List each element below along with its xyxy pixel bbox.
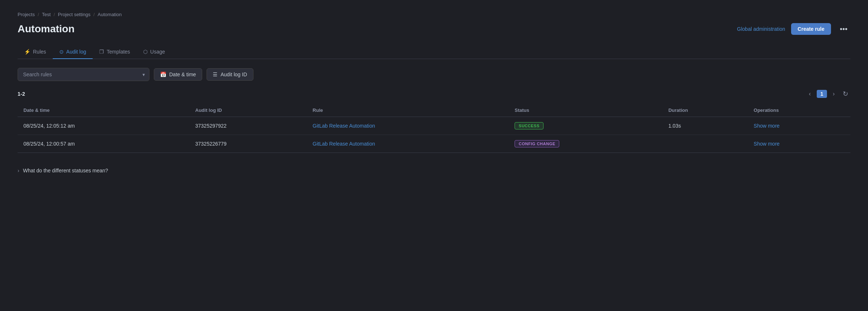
cell-rule-1: GitLab Release Automation: [307, 117, 509, 135]
pagination: ‹ 1 › ↻: [806, 88, 850, 99]
more-options-button[interactable]: •••: [837, 23, 850, 35]
page-title: Automation: [18, 23, 75, 35]
next-page-button[interactable]: ›: [830, 89, 838, 99]
date-time-filter-button[interactable]: 📅 Date & time: [154, 68, 202, 81]
audit-log-id-label: Audit log ID: [220, 72, 247, 77]
cell-date-time-1: 08/25/24, 12:05:12 am: [18, 117, 189, 135]
tab-templates-label: Templates: [107, 49, 130, 55]
chevron-right-icon: ›: [18, 168, 19, 173]
show-more-link-2[interactable]: Show more: [754, 141, 780, 147]
col-duration: Duration: [663, 104, 748, 117]
results-count: 1-2: [18, 91, 25, 97]
rule-link-1[interactable]: GitLab Release Automation: [313, 123, 375, 129]
faq-toggle[interactable]: › What do the different statuses mean?: [18, 168, 850, 173]
results-info: 1-2 ‹ 1 › ↻: [18, 88, 850, 99]
tabs: ⚡ Rules ⊙ Audit log ❐ Templates ⬡ Usage: [18, 45, 850, 59]
tab-usage-label: Usage: [150, 49, 165, 55]
more-options-icon: •••: [840, 25, 847, 33]
col-date-time: Date & time: [18, 104, 189, 117]
status-badge-success: SUCCESS: [515, 122, 544, 129]
search-select-wrapper: Search rules: [18, 68, 149, 81]
document-icon: ❐: [99, 49, 104, 55]
cell-duration-2: [663, 135, 748, 153]
breadcrumb-projects[interactable]: Projects: [18, 12, 35, 17]
show-more-link-1[interactable]: Show more: [754, 123, 780, 129]
cell-duration-1: 1.03s: [663, 117, 748, 135]
tab-rules[interactable]: ⚡ Rules: [18, 45, 53, 59]
cell-audit-id-2: 37325226779: [189, 135, 307, 153]
header-actions: Global administration Create rule •••: [737, 23, 850, 35]
cell-date-time-2: 08/25/24, 12:00:57 am: [18, 135, 189, 153]
tab-audit-log-label: Audit log: [66, 49, 86, 55]
col-rule: Rule: [307, 104, 509, 117]
filters-row: Search rules 📅 Date & time ☰ Audit log I…: [18, 68, 850, 81]
search-rules-select[interactable]: Search rules: [18, 68, 149, 81]
tab-usage[interactable]: ⬡ Usage: [137, 45, 171, 59]
breadcrumb-test[interactable]: Test: [42, 12, 51, 17]
faq-section: › What do the different statuses mean?: [18, 162, 850, 179]
breadcrumb: Projects / Test / Project settings / Aut…: [18, 12, 850, 17]
tab-rules-label: Rules: [33, 49, 46, 55]
cell-operations-1: Show more: [748, 117, 850, 135]
col-status: Status: [509, 104, 663, 117]
cell-rule-2: GitLab Release Automation: [307, 135, 509, 153]
table-row: 08/25/24, 12:00:57 am 37325226779 GitLab…: [18, 135, 850, 153]
faq-label: What do the different statuses mean?: [23, 168, 108, 173]
tab-audit-log[interactable]: ⊙ Audit log: [53, 45, 93, 59]
cell-status-2: CONFIG CHANGE: [509, 135, 663, 153]
lightning-icon: ⚡: [24, 49, 30, 55]
cell-operations-2: Show more: [748, 135, 850, 153]
calendar-icon: 📅: [160, 72, 166, 77]
create-rule-button[interactable]: Create rule: [791, 23, 831, 35]
current-page: 1: [817, 90, 827, 98]
chart-icon: ⬡: [143, 49, 148, 55]
breadcrumb-project-settings[interactable]: Project settings: [58, 12, 90, 17]
date-time-label: Date & time: [169, 72, 196, 77]
global-administration-link[interactable]: Global administration: [737, 26, 785, 32]
audit-log-table: Date & time Audit log ID Rule Status Dur…: [18, 104, 850, 153]
cell-status-1: SUCCESS: [509, 117, 663, 135]
refresh-button[interactable]: ↻: [841, 88, 850, 99]
table-row: 08/25/24, 12:05:12 am 37325297922 GitLab…: [18, 117, 850, 135]
cell-audit-id-1: 37325297922: [189, 117, 307, 135]
list-icon: ☰: [213, 72, 218, 77]
audit-log-id-filter-button[interactable]: ☰ Audit log ID: [207, 68, 253, 81]
circle-icon: ⊙: [59, 49, 64, 55]
tab-templates[interactable]: ❐ Templates: [93, 45, 137, 59]
col-operations: Operations: [748, 104, 850, 117]
breadcrumb-current: Automation: [98, 12, 122, 17]
prev-page-button[interactable]: ‹: [806, 89, 814, 99]
status-badge-config: CONFIG CHANGE: [515, 140, 559, 147]
rule-link-2[interactable]: GitLab Release Automation: [313, 141, 375, 147]
col-audit-log-id: Audit log ID: [189, 104, 307, 117]
page-header: Automation Global administration Create …: [18, 23, 850, 35]
